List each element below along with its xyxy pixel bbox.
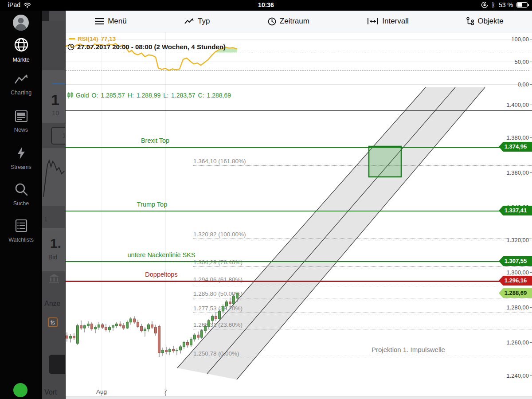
candle-body <box>162 350 164 353</box>
rsi-axis-tick <box>530 62 532 62</box>
fs-badge: fs <box>48 317 58 327</box>
sidebar-item-streams[interactable]: Streams <box>0 146 42 170</box>
panel-active-underline <box>52 83 65 84</box>
battery-percent: 53 % <box>499 1 513 8</box>
sparkline-icon <box>42 148 65 206</box>
candle-body <box>180 347 182 350</box>
panel-dark-button <box>49 355 65 374</box>
battery-icon <box>516 2 528 8</box>
candle-body <box>66 336 68 338</box>
panel-bid-label: Bid <box>48 254 57 261</box>
fibonacci-level-label: 1.364,10 (161.80%) <box>193 158 246 164</box>
rsi-swatch-icon <box>69 38 75 39</box>
rsi-axis-label: 50,00 <box>514 59 529 65</box>
vertical-gridline <box>165 32 166 396</box>
annotation-line[interactable] <box>66 211 532 211</box>
candle-body <box>215 316 217 319</box>
candle-body <box>80 325 82 328</box>
sidebar-item-label: Suche <box>0 200 42 207</box>
price-axis-label: 1.320,00 <box>506 237 529 243</box>
annotation-label[interactable]: Brexit Top <box>141 137 169 144</box>
panel-box: 1 <box>51 127 65 145</box>
candle-body <box>169 349 171 352</box>
clock-time: 10:36 <box>0 1 532 8</box>
projection-annotation-label[interactable]: Projektion 1. Impulswelle <box>372 346 445 353</box>
projection-target-box[interactable] <box>369 146 401 177</box>
annotation-line[interactable] <box>66 281 532 282</box>
sidebar-item-news[interactable]: News <box>0 110 42 133</box>
candle-body <box>148 325 150 329</box>
toolbar-button-label: Objekte <box>477 17 504 26</box>
panel-price2-fragment: 1. <box>50 236 61 251</box>
annotation-line[interactable] <box>66 147 532 148</box>
price-axis-label: 1.240,00 <box>506 372 529 379</box>
toolbar-button-intervall[interactable]: Intervall <box>367 17 409 26</box>
fibonacci-level-label: 1.268,31 (23.60%) <box>193 321 243 328</box>
candle-body <box>183 343 185 347</box>
rsi-axis-tick <box>530 84 532 85</box>
chart-plot-area[interactable]: RSI(14) 77,13 27.07.2017 20:00 - 08:00 (… <box>66 32 532 399</box>
toolbar-button-label: Zeitraum <box>280 17 309 26</box>
price-tag: 1.288,69 <box>499 288 532 298</box>
price-axis-label: 1.280,00 <box>506 304 529 311</box>
symbol-legend: Gold O:1.285,57 H:1.288,99 L:1.283,57 C:… <box>67 92 231 99</box>
sidebar-item-watchlists[interactable]: Watchlists <box>0 219 42 243</box>
x-axis-tick <box>165 394 166 396</box>
rsi-axis-tick <box>530 39 532 39</box>
candle-body <box>155 327 157 333</box>
list-icon <box>15 226 27 234</box>
candle-body <box>73 336 75 338</box>
fibonacci-level-line <box>193 298 532 298</box>
pane-separator <box>66 110 532 111</box>
panel-sparkline-bg <box>42 148 65 206</box>
sidebar-item-label: Charting <box>0 90 42 96</box>
rsi-axis-label: 0,00 <box>518 81 529 88</box>
annotation-label[interactable]: Trump Top <box>137 201 168 208</box>
low-value: 1.283,57 <box>171 92 196 99</box>
annotation-label[interactable]: untere Nackenlinie SKS <box>127 251 195 258</box>
fibonacci-level-label: 1.285,80 (50.00%) <box>193 290 243 297</box>
price-tag: 1.374,95 <box>499 142 532 152</box>
price-axis-tick <box>530 272 532 273</box>
toolbar-button-label: Menü <box>108 17 127 26</box>
rsi-axis-label: 100,00 <box>511 36 529 43</box>
rsi-legend: RSI(14) 77,13 <box>69 35 116 42</box>
price-axis-tick <box>530 137 532 138</box>
search-icon <box>15 190 28 197</box>
panel-row-digit: 1 <box>44 216 47 223</box>
avatar[interactable] <box>13 15 29 31</box>
price-axis-label: 1.400,00 <box>506 102 529 108</box>
candle-body <box>233 296 235 304</box>
sidebar-nav: MärkteChartingNewsStreamsSucheWatchlists <box>0 11 42 399</box>
toolbar-button-menu[interactable]: Menü <box>94 17 127 26</box>
annotation-label[interactable]: Doppeltops <box>145 271 177 278</box>
high-label: H: <box>128 92 134 99</box>
sidebar-item-label: Streams <box>0 164 42 170</box>
close-label: C: <box>198 92 204 99</box>
toolbar-button-zeitraum[interactable]: Zeitraum <box>268 17 309 26</box>
panel-box-digit: 1 <box>63 132 65 139</box>
background-panel[interactable]: 1 10 1 1 1. Bid Anze fs Vort <box>42 11 65 399</box>
price-axis-label: 1.300,00 <box>506 269 529 276</box>
rsi-oversold-line <box>66 70 529 71</box>
fibonacci-level-line <box>193 358 532 358</box>
sidebar-item-suche[interactable]: Suche <box>0 183 42 207</box>
toolbar-button-objekte[interactable]: Objekte <box>466 17 504 26</box>
fibonacci-level-line <box>193 313 532 313</box>
price-axis-tick <box>530 105 532 105</box>
candle-body <box>172 349 175 351</box>
menu-icon <box>94 18 104 25</box>
sidebar-item-maerkte[interactable]: Märkte <box>0 37 42 63</box>
sidebar-item-charting[interactable]: Charting <box>0 74 42 96</box>
open-label: O: <box>92 92 98 99</box>
high-value: 1.288,99 <box>137 92 161 99</box>
candle-body <box>98 325 100 327</box>
toolbar-button-typ[interactable]: Typ <box>184 17 210 26</box>
candle-body <box>109 327 111 330</box>
candle-body <box>77 325 79 343</box>
low-label: L: <box>163 92 168 99</box>
candle-body <box>91 324 93 329</box>
fibonacci-level-line <box>193 284 532 284</box>
annotation-line[interactable] <box>66 261 532 262</box>
sidebar-item-label: Märkte <box>0 57 42 63</box>
